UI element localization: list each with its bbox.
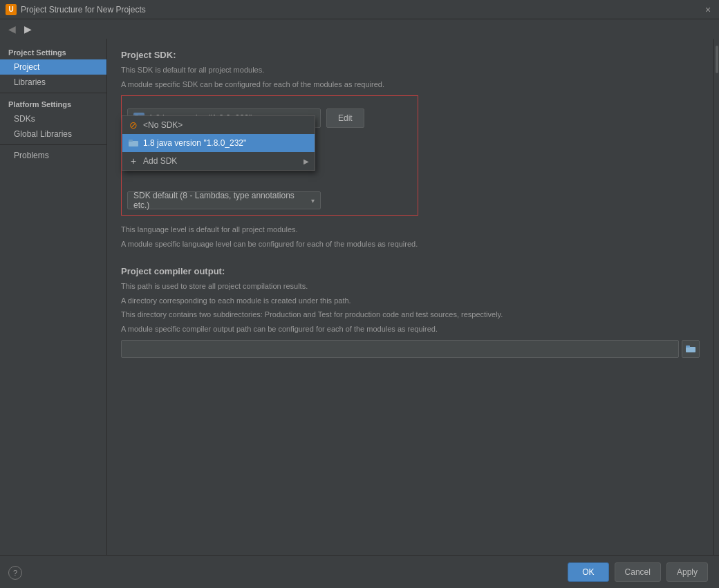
- bottom-bar: OK Cancel Apply: [0, 555, 719, 588]
- right-scrollbar: [713, 39, 719, 555]
- language-level-desc2: A module specific language level can be …: [121, 238, 700, 250]
- svg-rect-4: [686, 347, 695, 352]
- scrollbar-thumb[interactable]: [716, 46, 718, 73]
- compiler-output-section: Project compiler output: This path is us…: [121, 266, 700, 358]
- sidebar-item-global-libraries[interactable]: Global Libraries: [0, 126, 106, 142]
- project-sdk-title: Project SDK:: [121, 50, 700, 60]
- back-button[interactable]: ◀: [6, 22, 19, 36]
- main-layout: Project Settings Project Libraries Platf…: [0, 39, 719, 555]
- svg-rect-5: [686, 345, 690, 348]
- sidebar-item-problems[interactable]: Problems: [0, 148, 106, 163]
- output-path-row: [121, 340, 700, 358]
- compiler-output-desc3: This directory contains two subdirectori…: [121, 309, 700, 321]
- project-sdk-desc1: This SDK is default for all project modu…: [121, 64, 700, 76]
- cancel-button[interactable]: Cancel: [615, 562, 661, 582]
- compiler-output-desc2: A directory corresponding to each module…: [121, 295, 700, 307]
- close-button[interactable]: ×: [702, 4, 713, 15]
- language-level-row: SDK default (8 - Lambdas, type annotatio…: [127, 191, 412, 209]
- ok-button[interactable]: OK: [568, 562, 608, 582]
- app-icon: U: [6, 4, 17, 15]
- project-sdk-section: Project SDK: This SDK is default for all…: [121, 50, 700, 90]
- sidebar-divider-2: [0, 144, 106, 145]
- language-level-text: SDK default (8 - Lambdas, type annotatio…: [133, 191, 311, 210]
- dropdown-option-jdk18[interactable]: 1.8 java version "1.8.0_232": [122, 134, 315, 152]
- project-sdk-desc2: A module specific SDK can be configured …: [121, 79, 700, 91]
- title-bar: U Project Structure for New Projects ×: [0, 0, 719, 19]
- add-sdk-submenu-arrow: ▶: [304, 158, 309, 165]
- browse-icon: [686, 345, 695, 353]
- sdk-dropdown-popup: ⊘ <No SDK> 1.8 java version "1.8.0_232": [122, 115, 315, 171]
- platform-settings-label: Platform Settings: [0, 96, 106, 111]
- compiler-output-desc1: This path is used to store all project c…: [121, 281, 700, 292]
- content-area: Project SDK: This SDK is default for all…: [107, 39, 713, 555]
- output-path-input[interactable]: [121, 340, 679, 358]
- project-settings-label: Project Settings: [0, 44, 106, 59]
- jdk-folder-icon: [128, 137, 139, 149]
- sidebar-item-sdks[interactable]: SDKs: [0, 111, 106, 126]
- svg-rect-3: [129, 140, 133, 142]
- add-icon: +: [128, 155, 139, 167]
- edit-sdk-button[interactable]: Edit: [326, 108, 364, 128]
- sidebar-divider: [0, 93, 106, 93]
- dialog-title: Project Structure for New Projects: [21, 5, 702, 15]
- dropdown-option-no-sdk[interactable]: ⊘ <No SDK>: [122, 116, 315, 134]
- language-level-dropdown[interactable]: SDK default (8 - Lambdas, type annotatio…: [127, 191, 321, 209]
- svg-rect-2: [129, 141, 138, 146]
- language-level-arrow: ▾: [311, 197, 315, 205]
- dialog-container: U Project Structure for New Projects × ◀…: [0, 0, 719, 588]
- apply-button[interactable]: Apply: [666, 562, 708, 582]
- title-bar-controls: ×: [702, 4, 713, 15]
- nav-arrows: ◀ ▶: [0, 19, 719, 39]
- sidebar: Project Settings Project Libraries Platf…: [0, 39, 107, 555]
- sidebar-item-libraries[interactable]: Libraries: [0, 75, 106, 90]
- browse-button[interactable]: [682, 340, 700, 358]
- compiler-output-title: Project compiler output:: [121, 266, 700, 276]
- language-level-desc1: This language level is default for all p…: [121, 224, 700, 236]
- sidebar-item-project[interactable]: Project: [0, 59, 106, 75]
- add-sdk-option[interactable]: + Add SDK ▶: [122, 152, 315, 170]
- project-language-section: This language level is default for all p…: [121, 224, 700, 249]
- no-sdk-icon: ⊘: [128, 120, 139, 131]
- compiler-output-desc4: A module specific compiler output path c…: [121, 323, 700, 335]
- forward-button[interactable]: ▶: [21, 22, 35, 36]
- sdk-dropdown-container: 1.8 java version "1.8.0_232" ▾ Edit ⊘ <N…: [121, 95, 418, 216]
